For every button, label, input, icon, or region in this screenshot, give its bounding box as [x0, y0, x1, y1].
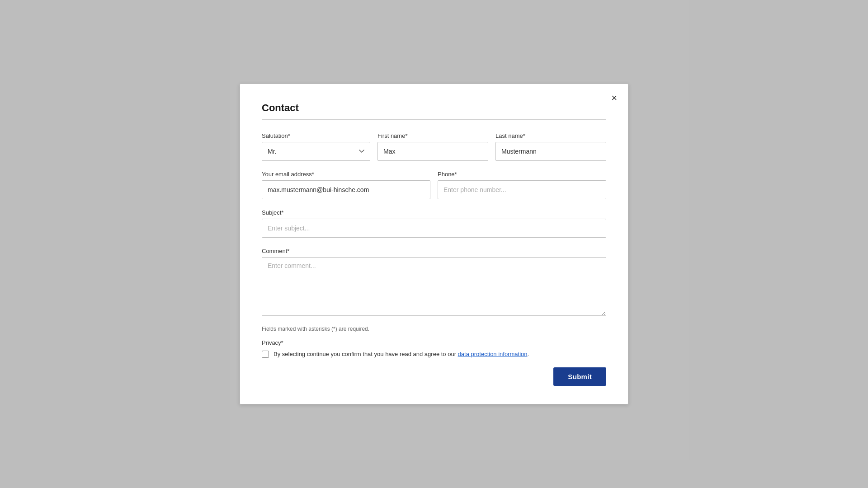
comment-textarea[interactable]: [262, 257, 606, 316]
subject-input[interactable]: [262, 219, 606, 238]
comment-label: Comment*: [262, 248, 606, 254]
email-input[interactable]: [262, 180, 430, 199]
phone-group: Phone*: [438, 171, 606, 199]
data-protection-link[interactable]: data protection information: [458, 351, 528, 357]
privacy-text: By selecting continue you confirm that y…: [274, 350, 529, 359]
required-note: Fields marked with asterisks (*) are req…: [262, 326, 606, 332]
email-label: Your email address*: [262, 171, 430, 178]
first-name-label: First name*: [377, 132, 488, 139]
last-name-label: Last name*: [495, 132, 606, 139]
modal-overlay: × Contact Salutation* Mr. Mrs. Ms. Dr. P…: [0, 0, 868, 488]
salutation-label: Salutation*: [262, 132, 370, 139]
privacy-row: By selecting continue you confirm that y…: [262, 350, 606, 359]
title-divider: [262, 119, 606, 120]
privacy-section: Privacy* By selecting continue you confi…: [262, 339, 606, 359]
subject-label: Subject*: [262, 209, 606, 216]
last-name-group: Last name*: [495, 132, 606, 161]
privacy-label: Privacy*: [262, 339, 606, 346]
contact-row: Your email address* Phone*: [262, 171, 606, 199]
name-row: Salutation* Mr. Mrs. Ms. Dr. Prof. First…: [262, 132, 606, 161]
comment-row: Comment*: [262, 248, 606, 316]
footer-row: Submit: [262, 367, 606, 386]
phone-label: Phone*: [438, 171, 606, 178]
modal-title: Contact: [262, 102, 606, 114]
comment-group: Comment*: [262, 248, 606, 316]
salutation-select[interactable]: Mr. Mrs. Ms. Dr. Prof.: [262, 142, 370, 161]
email-group: Your email address*: [262, 171, 430, 199]
privacy-checkbox[interactable]: [262, 351, 269, 358]
phone-input[interactable]: [438, 180, 606, 199]
salutation-group: Salutation* Mr. Mrs. Ms. Dr. Prof.: [262, 132, 370, 161]
last-name-input[interactable]: [495, 142, 606, 161]
subject-group: Subject*: [262, 209, 606, 238]
first-name-group: First name*: [377, 132, 488, 161]
contact-modal: × Contact Salutation* Mr. Mrs. Ms. Dr. P…: [240, 84, 628, 405]
close-button[interactable]: ×: [609, 91, 619, 105]
submit-button[interactable]: Submit: [553, 367, 606, 386]
first-name-input[interactable]: [377, 142, 488, 161]
subject-row: Subject*: [262, 209, 606, 238]
